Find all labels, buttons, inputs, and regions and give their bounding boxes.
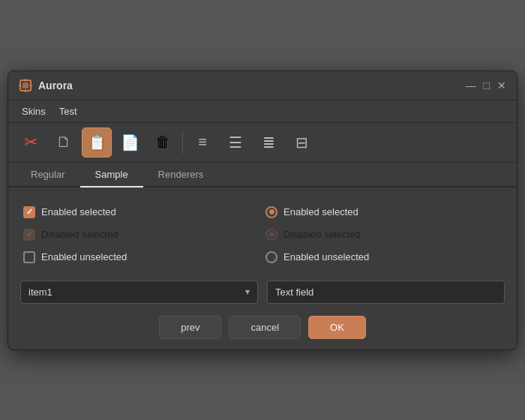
dropdown-select[interactable]: item1 ▾	[20, 280, 258, 304]
lines1-icon: ≡	[198, 134, 207, 151]
content-area: Enabled selected Disabled selected Enabl…	[8, 188, 517, 350]
radio-disabled-selected-label: Disabled selected	[284, 229, 361, 240]
window-controls: — □ ✕	[466, 80, 506, 91]
main-window: Aurora — □ ✕ Skins Test ✂ 🗋 📋 📄 🗑 ≡	[8, 70, 518, 350]
minimize-button[interactable]: —	[466, 80, 476, 91]
buttons-row: prev cancel OK	[20, 316, 505, 339]
clipboard-tool-button[interactable]: 📋	[82, 128, 112, 158]
dropdown-value: item1	[28, 286, 52, 298]
lines2-icon: ☰	[229, 134, 242, 152]
shredder-tool-button[interactable]: 🗑	[148, 128, 178, 158]
titlebar: Aurora — □ ✕	[8, 71, 517, 100]
radio-enabled-selected[interactable]: Enabled selected	[262, 201, 505, 224]
tabs-row: Regular Sample Renderers	[8, 163, 517, 188]
radio-enabled-selected-btn[interactable]	[266, 206, 278, 218]
radio-disabled-selected-btn	[266, 229, 278, 241]
pages-icon: 🗋	[56, 134, 71, 151]
radio-enabled-selected-label: Enabled selected	[284, 206, 358, 218]
pages-tool-button[interactable]: 🗋	[49, 128, 79, 158]
shredder-icon: 🗑	[155, 134, 170, 151]
toolbar: ✂ 🗋 📋 📄 🗑 ≡ ☰ ≣ ⊟	[8, 123, 517, 163]
checkbox-disabled-selected: Disabled selected	[20, 224, 262, 246]
lines1-tool-button[interactable]: ≡	[188, 128, 218, 158]
checkbox-enabled-selected-box[interactable]	[23, 206, 35, 218]
dropdown-arrow-icon: ▾	[245, 286, 250, 297]
app-logo	[19, 79, 32, 92]
menu-skins[interactable]: Skins	[16, 104, 52, 119]
svg-rect-1	[22, 82, 28, 88]
clipboard-icon: 📋	[88, 134, 106, 152]
lines3-icon: ≣	[262, 134, 275, 152]
cancel-button[interactable]: cancel	[229, 316, 301, 339]
radio-enabled-unselected-label: Enabled unselected	[284, 251, 369, 262]
tab-renderers[interactable]: Renderers	[143, 163, 219, 188]
menubar: Skins Test	[8, 100, 517, 123]
tab-sample[interactable]: Sample	[80, 163, 143, 188]
prev-button[interactable]: prev	[159, 316, 221, 339]
menu-test[interactable]: Test	[53, 104, 83, 119]
doclines-tool-button[interactable]: 📄	[115, 128, 145, 158]
lines2-tool-button[interactable]: ☰	[220, 128, 250, 158]
close-button[interactable]: ✕	[497, 80, 506, 91]
toolbar-separator	[182, 131, 183, 154]
text-field[interactable]	[267, 280, 505, 304]
checkbox-enabled-selected[interactable]: Enabled selected	[20, 201, 262, 224]
radio-enabled-unselected-btn[interactable]	[266, 251, 278, 263]
radio-col: Enabled selected Disabled selected Enabl…	[262, 201, 505, 268]
lines4-icon: ⊟	[296, 134, 308, 152]
radio-enabled-unselected[interactable]: Enabled unselected	[262, 246, 505, 268]
lines4-tool-button[interactable]: ⊟	[286, 128, 316, 158]
checkbox-enabled-unselected[interactable]: Enabled unselected	[20, 246, 262, 268]
checkbox-disabled-selected-label: Disabled selected	[41, 229, 118, 240]
options-grid: Enabled selected Disabled selected Enabl…	[20, 201, 505, 268]
window-title: Aurora	[38, 80, 460, 92]
scissors-icon: ✂	[24, 133, 38, 152]
ok-button[interactable]: OK	[308, 316, 366, 339]
checkbox-enabled-unselected-box[interactable]	[23, 251, 35, 263]
checkbox-col: Enabled selected Disabled selected Enabl…	[20, 201, 262, 268]
scissors-tool-button[interactable]: ✂	[16, 128, 46, 158]
checkbox-enabled-unselected-label: Enabled unselected	[41, 251, 127, 262]
tab-regular[interactable]: Regular	[16, 163, 80, 188]
lines3-tool-button[interactable]: ≣	[254, 128, 284, 158]
controls-row: item1 ▾	[20, 280, 505, 304]
checkbox-disabled-selected-box	[23, 229, 35, 241]
checkbox-enabled-selected-label: Enabled selected	[41, 206, 116, 218]
radio-disabled-selected: Disabled selected	[262, 224, 505, 246]
maximize-button[interactable]: □	[484, 80, 490, 91]
doclines-icon: 📄	[121, 134, 140, 152]
